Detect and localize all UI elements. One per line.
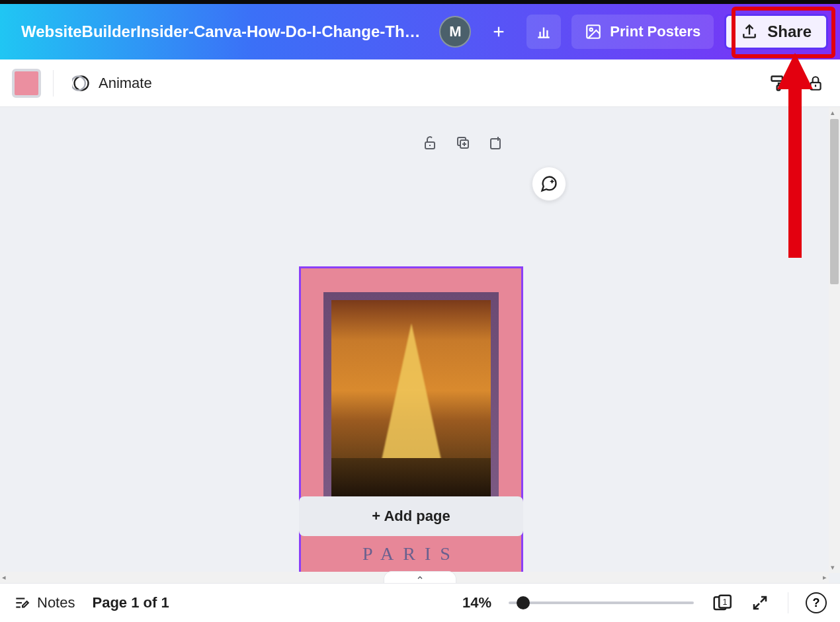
notes-label: Notes [37,594,75,611]
sparkle-comment-icon [540,175,558,193]
svg-point-9 [75,76,89,90]
bottom-bar: Notes Page 1 of 1 14% 1 ? [0,583,840,622]
duplicate-icon [455,135,471,151]
background-color-swatch[interactable] [12,69,41,98]
notes-icon [13,594,30,611]
scroll-up-arrow-icon: ▴ [831,108,835,117]
eiffel-tower-photo [331,300,491,501]
svg-point-7 [590,28,593,31]
zoom-slider[interactable] [509,602,694,604]
grid-view-button[interactable]: 1 [711,592,732,613]
scroll-right-arrow-icon: ▸ [823,573,827,582]
share-button[interactable]: Share [724,14,828,50]
svg-text:1: 1 [723,598,728,607]
city-text[interactable]: PARIS [362,543,460,564]
help-button[interactable]: ? [806,592,827,613]
zoom-slider-thumb[interactable] [517,596,530,609]
add-page-icon [488,135,504,151]
styles-button[interactable] [766,71,791,96]
fullscreen-icon [752,595,768,611]
grid-view-icon: 1 [712,593,732,613]
print-posters-button[interactable]: Print Posters [571,15,714,49]
avatar[interactable]: M [439,16,471,48]
lock-button[interactable] [803,71,828,96]
svg-rect-11 [772,76,782,81]
chevron-up-icon [415,574,425,582]
image-icon [585,23,602,40]
lock-icon [807,75,824,92]
photo-frame[interactable] [323,292,499,509]
chart-icon [535,23,552,40]
top-bar: WebsiteBuilderInsider-Canva-How-Do-I-Cha… [0,4,840,59]
animate-button[interactable]: Animate [65,69,159,98]
timeline-handle[interactable] [384,571,456,583]
svg-rect-12 [777,85,780,90]
plus-icon [491,24,506,39]
scroll-down-arrow-icon: ▾ [831,563,835,572]
context-toolbar: Animate [0,59,840,107]
upload-icon [741,23,758,40]
animate-label: Animate [99,75,152,92]
vertical-scroll-thumb[interactable] [830,119,839,284]
print-label: Print Posters [610,23,700,40]
ai-assist-button[interactable] [532,167,566,201]
zoom-percent[interactable]: 14% [462,594,491,611]
fullscreen-button[interactable] [749,592,771,613]
unlock-icon [422,135,438,151]
scroll-left-arrow-icon: ◂ [2,573,6,582]
notes-button[interactable]: Notes [13,594,75,611]
animate-icon [72,74,91,93]
add-page-icon-button[interactable] [487,134,505,152]
insights-button[interactable] [526,15,561,49]
add-page-button[interactable]: + Add page [299,496,523,536]
document-title[interactable]: WebsiteBuilderInsider-Canva-How-Do-I-Cha… [21,22,429,41]
toolbar-divider [53,70,54,97]
paint-roller-icon [769,74,788,93]
page-tools [421,134,505,152]
bottom-divider [788,592,788,613]
vertical-scrollbar[interactable]: ▴ ▾ [829,107,840,573]
duplicate-page-button[interactable] [454,134,472,152]
add-collaborator-button[interactable] [482,15,516,49]
lock-page-button[interactable] [421,134,439,152]
share-label: Share [767,22,812,41]
page-indicator[interactable]: Page 1 of 1 [92,594,169,611]
